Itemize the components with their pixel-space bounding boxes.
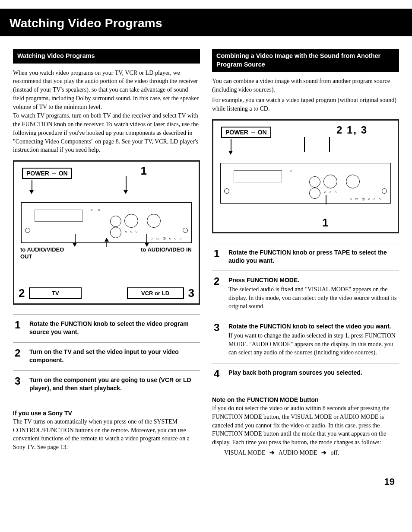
left-section-heading: Watching Video Programs	[13, 49, 200, 64]
right-diagram: POWER → ON 2 1, 3 o	[212, 119, 399, 233]
arrow-right-icon: ➔	[267, 449, 277, 456]
receiver-outline-right: o o o o o ▭ ◎ o o o	[220, 163, 391, 204]
right-step-4: 4 Play back both program sources you sel…	[212, 363, 399, 385]
left-intro-text: When you watch video programs on your TV…	[13, 69, 200, 155]
left-step-1: 1 Rotate the FUNCTION knob to select the…	[13, 315, 200, 343]
diagram-callout-1: 1	[141, 164, 147, 178]
receiver-outline: o o o o o o ▭ ◎ o o o	[21, 202, 192, 243]
right-step-3: 3 Rotate the FUNCTION knob to select the…	[212, 317, 399, 363]
tv-box-label: TV	[29, 287, 82, 299]
diagram-callout-2-1-3: 2 1, 3	[336, 124, 368, 136]
sony-tv-heading: If you use a Sony TV	[13, 410, 200, 417]
right-column: Combining a Video Image with the Sound f…	[212, 49, 399, 459]
vcr-ld-box-label: VCR or LD	[127, 287, 184, 299]
right-intro-1: You can combine a video image with sound…	[212, 77, 399, 94]
sony-tv-body: The TV turns on automatically when you p…	[13, 417, 200, 452]
diagram-callout-bottom-1: 1	[322, 216, 328, 229]
left-diagram: POWER → ON 1 o o	[13, 160, 200, 305]
left-step-2: 2 Turn on the TV and set the video input…	[13, 343, 200, 371]
left-step-list: 1 Rotate the FUNCTION knob to select the…	[13, 314, 200, 398]
right-intro-2: For example, you can watch a video taped…	[212, 96, 399, 113]
diagram-callout-3: 3	[188, 287, 194, 300]
audio-video-out-label: to AUDIO/VIDEO OUT	[20, 246, 72, 260]
page-title-banner: Watching Video Programs	[0, 9, 412, 36]
mode-sequence: VISUAL MODE ➔ AUDIO MODE ➔ off.	[212, 449, 399, 457]
diagram-callout-2: 2	[19, 287, 25, 300]
function-mode-note-heading: Note on the FUNCTION MODE button	[212, 396, 399, 403]
arrow-right-icon: ➔	[319, 449, 329, 456]
left-column: Watching Video Programs When you watch v…	[13, 49, 200, 459]
power-on-tag: POWER → ON	[22, 168, 72, 179]
audio-video-in-label: to AUDIO/VIDEO IN	[141, 246, 193, 253]
right-step-list: 1 Rotate the FUNCTION knob or press TAPE…	[212, 243, 399, 385]
function-mode-note-body: If you do not select the video or audio …	[212, 404, 399, 447]
right-step-1: 1 Rotate the FUNCTION knob or press TAPE…	[212, 243, 399, 271]
right-step-2: 2 Press FUNCTION MODE. The selected audi…	[212, 271, 399, 317]
left-step-3: 3 Turn on the component you are going to…	[13, 371, 200, 398]
power-on-tag-right: POWER → ON	[221, 127, 271, 138]
right-section-heading: Combining a Video Image with the Sound f…	[212, 49, 399, 72]
page-number: 19	[0, 468, 412, 500]
